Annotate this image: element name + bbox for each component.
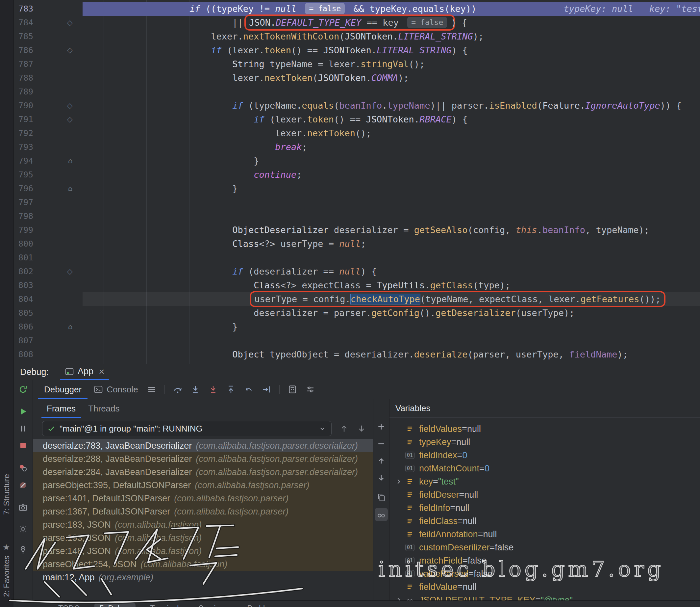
- tab-app-session[interactable]: App ×: [60, 364, 109, 380]
- previous-frame-icon[interactable]: [339, 421, 349, 436]
- gutter-fold-icon[interactable]: ◇: [33, 99, 83, 112]
- gutter-fold-icon[interactable]: ◇: [33, 43, 83, 57]
- statusbar-item[interactable]: TODO: [53, 603, 85, 607]
- thread-selector[interactable]: "main"@1 in group "main": RUNNING: [42, 421, 332, 436]
- variable-row[interactable]: fieldInfo = null: [390, 501, 700, 515]
- line-number[interactable]: 805: [14, 306, 33, 320]
- variable-row[interactable]: typeKey = null: [390, 436, 700, 449]
- layout-menu-icon[interactable]: [144, 382, 159, 397]
- stack-frame[interactable]: parse:1367, DefaultJSONParser(com.alibab…: [33, 505, 373, 518]
- variable-row[interactable]: 01fieldIndex = 0: [390, 449, 700, 462]
- variable-row[interactable]: fieldValue = null: [390, 580, 700, 593]
- code-line-784[interactable]: 784◇|| JSON.DEFAULT_TYPE_KEY == key = fa…: [14, 16, 700, 29]
- tool-window-favorites[interactable]: 2: Favorites: [2, 556, 11, 597]
- code-line-790[interactable]: 790◇if (typeName.equals(beanInfo.typeNam…: [14, 99, 700, 112]
- next-frame-icon[interactable]: [356, 421, 367, 436]
- move-up-icon[interactable]: [375, 454, 388, 467]
- line-number[interactable]: 794: [14, 154, 33, 168]
- code-line-803[interactable]: 803Class<?> expectClass = TypeUtils.getC…: [14, 278, 700, 292]
- force-step-into-icon[interactable]: [205, 382, 221, 397]
- close-session-icon[interactable]: ×: [99, 367, 105, 377]
- view-breakpoints-icon[interactable]: [17, 461, 29, 474]
- gutter-fold-icon[interactable]: [33, 292, 83, 306]
- stack-frame[interactable]: parseObject:254, JSON(com.alibaba.fastjs…: [33, 558, 373, 571]
- step-into-icon[interactable]: [188, 382, 203, 397]
- code-line-783[interactable]: 783if ((typeKey != null = false && typeK…: [14, 2, 700, 16]
- line-number[interactable]: 787: [14, 57, 33, 71]
- add-watch-icon[interactable]: [375, 420, 388, 433]
- gutter-fold-icon[interactable]: [33, 306, 83, 320]
- stack-frame[interactable]: deserialze:783, JavaBeanDeserializer(com…: [33, 439, 373, 452]
- code-line-799[interactable]: 799ObjectDeserializer deserializer = get…: [14, 223, 700, 237]
- stack-frame[interactable]: main:12, App(org.example): [33, 571, 373, 584]
- drop-frame-icon[interactable]: [241, 382, 256, 397]
- gutter-fold-icon[interactable]: [33, 85, 83, 99]
- code-line-804[interactable]: 804userType = config.checkAutoType(typeN…: [14, 292, 700, 306]
- gutter-fold-icon[interactable]: [33, 334, 83, 348]
- expand-icon[interactable]: [393, 477, 404, 486]
- resume-icon[interactable]: [17, 405, 29, 418]
- move-down-icon[interactable]: [375, 472, 388, 484]
- code-line-802[interactable]: 802◇if (deserializer == null) {: [14, 265, 700, 278]
- variable-row[interactable]: feildAnnotation = null: [390, 528, 700, 541]
- variable-row[interactable]: key = "test": [390, 475, 700, 488]
- gutter-fold-icon[interactable]: [33, 195, 83, 209]
- pin-icon[interactable]: [17, 543, 29, 557]
- code-line-789[interactable]: 789: [14, 85, 700, 99]
- gutter-fold-icon[interactable]: ⌂: [33, 182, 83, 195]
- code-line-791[interactable]: 791◇if (lexer.token() == JSONToken.RBRAC…: [14, 112, 700, 126]
- tab-threads[interactable]: Threads: [83, 399, 125, 418]
- line-number[interactable]: 786: [14, 43, 33, 57]
- show-watches-icon[interactable]: [375, 508, 388, 521]
- gutter-fold-icon[interactable]: [33, 57, 83, 71]
- tab-frames[interactable]: Frames: [41, 399, 81, 418]
- code-line-785[interactable]: 785lexer.nextTokenWithColon(JSONToken.LI…: [14, 29, 700, 43]
- gutter-fold-icon[interactable]: [33, 223, 83, 237]
- copy-value-icon[interactable]: [375, 491, 388, 504]
- code-line-807[interactable]: 807: [14, 334, 700, 348]
- gutter-fold-icon[interactable]: [33, 29, 83, 43]
- variable-row[interactable]: 01customDeserilizer = false: [390, 541, 700, 554]
- variable-row[interactable]: fieldValues = null: [390, 422, 700, 436]
- code-line-797[interactable]: 797: [14, 195, 700, 209]
- line-number[interactable]: 801: [14, 251, 33, 265]
- settings-icon[interactable]: [17, 522, 29, 536]
- stack-frame[interactable]: parse:1401, DefaultJSONParser(com.alibab…: [33, 492, 373, 505]
- tab-console[interactable]: Console: [87, 380, 144, 399]
- code-line-798[interactable]: 798: [14, 209, 700, 223]
- tool-window-structure[interactable]: 7: Structure: [2, 474, 11, 515]
- line-number[interactable]: 796: [14, 182, 33, 195]
- gutter-fold-icon[interactable]: [33, 126, 83, 140]
- line-number[interactable]: 785: [14, 29, 33, 43]
- line-number[interactable]: 807: [14, 334, 33, 348]
- variable-row[interactable]: 01matchField = false: [390, 554, 700, 567]
- stack-frame[interactable]: parse:148, JSON(com.alibaba.fastjson): [33, 544, 373, 558]
- step-out-icon[interactable]: [223, 382, 239, 397]
- thread-snapshot-icon[interactable]: [17, 501, 29, 514]
- variable-row[interactable]: fieldDeser = null: [390, 488, 700, 501]
- line-number[interactable]: 790: [14, 99, 33, 112]
- code-line-793[interactable]: 793break;: [14, 140, 700, 154]
- line-number[interactable]: 792: [14, 126, 33, 140]
- gutter-fold-icon[interactable]: ◇: [33, 265, 83, 278]
- gutter-fold-icon[interactable]: [33, 140, 83, 154]
- line-number[interactable]: 800: [14, 237, 33, 251]
- line-number[interactable]: 799: [14, 223, 33, 237]
- stack-frame[interactable]: deserialze:284, JavaBeanDeserializer(com…: [33, 465, 373, 479]
- gutter-fold-icon[interactable]: ⌂: [33, 320, 83, 334]
- stop-icon[interactable]: [17, 439, 29, 452]
- line-number[interactable]: 789: [14, 85, 33, 99]
- gutter-fold-icon[interactable]: ◇: [33, 16, 83, 29]
- stack-frame[interactable]: parseObject:395, DefaultJSONParser(com.a…: [33, 479, 373, 492]
- line-number[interactable]: 806: [14, 320, 33, 334]
- gutter-fold-icon[interactable]: [33, 209, 83, 223]
- code-line-794[interactable]: 794⌂}: [14, 154, 700, 168]
- stack-frame[interactable]: parse:193, JSON(com.alibaba.fastjson): [33, 531, 373, 544]
- line-number[interactable]: 804: [14, 292, 33, 306]
- code-line-792[interactable]: 792lexer.nextToken();: [14, 126, 700, 140]
- mute-breakpoints-icon[interactable]: [17, 479, 29, 492]
- gutter-fold-icon[interactable]: [33, 168, 83, 182]
- editor-pane[interactable]: 783if ((typeKey != null = false && typeK…: [14, 0, 700, 364]
- tab-debugger[interactable]: Debugger: [38, 380, 87, 399]
- line-number[interactable]: 808: [14, 348, 33, 361]
